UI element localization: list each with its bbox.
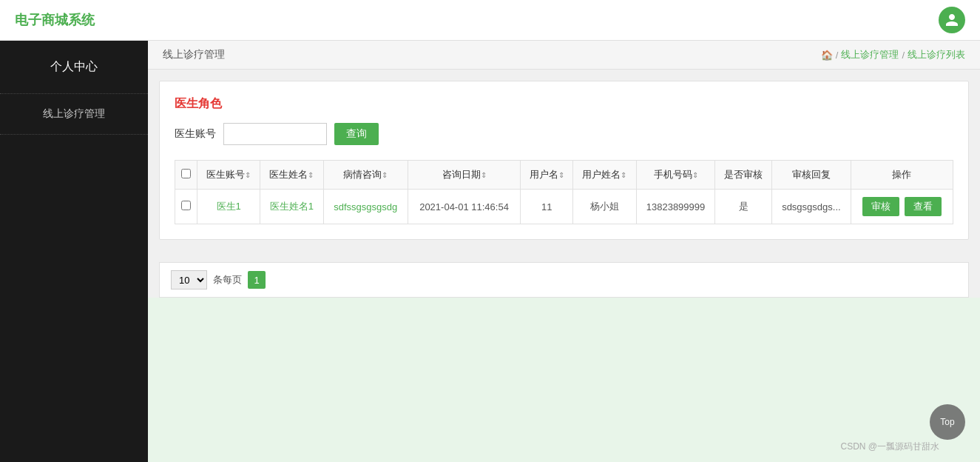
breadcrumb-sep1: /	[836, 50, 839, 61]
row-user-account: 11	[521, 190, 573, 224]
th-is-audit: 是否审核	[715, 161, 771, 190]
search-label: 医生账号	[175, 127, 216, 141]
search-bar: 医生账号 查询	[175, 123, 953, 145]
th-action: 操作	[851, 161, 953, 190]
breadcrumb-current: 线上诊疗列表	[908, 48, 965, 61]
row-doctor-account: 医生1	[197, 190, 260, 224]
main-area: 线上诊疗管理 🏠 / 线上诊疗管理 / 线上诊疗列表 医生角色 医生账号 查询	[148, 41, 980, 462]
row-is-audit: 是	[715, 190, 771, 224]
select-all-checkbox[interactable]	[181, 169, 191, 178]
sidebar: 个人中心 线上诊疗管理	[0, 41, 148, 462]
breadcrumb-home[interactable]: 🏠	[821, 50, 833, 61]
th-doctor-account: 医生账号⇕	[197, 161, 260, 190]
th-consult-date: 咨询日期⇕	[408, 161, 521, 190]
section-title: 医生角色	[175, 96, 953, 112]
breadcrumb-management-link[interactable]: 线上诊疗管理	[841, 48, 899, 61]
footer-area: CSDN @一瓢源码甘甜水	[148, 298, 980, 462]
row-user-name: 杨小姐	[573, 190, 636, 224]
th-user-name: 用户姓名⇕	[573, 161, 636, 190]
top-button[interactable]: Top	[930, 404, 965, 440]
search-button[interactable]: 查询	[334, 123, 379, 145]
user-avatar[interactable]	[939, 7, 965, 33]
pagination-bar: 102050 条每页 1	[159, 262, 969, 298]
page-number-1[interactable]: 1	[248, 271, 266, 289]
th-doctor-name: 医生姓名⇕	[260, 161, 323, 190]
view-button[interactable]: 查看	[905, 197, 942, 216]
th-audit-reply: 审核回复	[771, 161, 851, 190]
search-input[interactable]	[223, 123, 327, 145]
per-page-label: 条每页	[213, 273, 242, 287]
data-table-wrap: 医生账号⇕ 医生姓名⇕ 病情咨询⇕ 咨询日期⇕ 用户名⇕ 用户姓名⇕ 手机号码⇕…	[175, 160, 953, 224]
topbar-title: 线上诊疗管理	[163, 48, 225, 61]
per-page-select[interactable]: 102050	[171, 270, 207, 289]
table-row: 医生1 医生姓名1 sdfssgsgsgsdg 2021-04-01 11:46…	[175, 190, 953, 224]
layout: 个人中心 线上诊疗管理 线上诊疗管理 🏠 / 线上诊疗管理 / 线上诊疗列表 医…	[0, 41, 980, 462]
data-table: 医生账号⇕ 医生姓名⇕ 病情咨询⇕ 咨询日期⇕ 用户名⇕ 用户姓名⇕ 手机号码⇕…	[175, 160, 953, 224]
th-checkbox	[175, 161, 197, 190]
topbar: 线上诊疗管理 🏠 / 线上诊疗管理 / 线上诊疗列表	[148, 41, 980, 70]
th-user-account: 用户名⇕	[521, 161, 573, 190]
table-header-row: 医生账号⇕ 医生姓名⇕ 病情咨询⇕ 咨询日期⇕ 用户名⇕ 用户姓名⇕ 手机号码⇕…	[175, 161, 953, 190]
content-card: 医生角色 医生账号 查询 医生账号⇕ 医生姓名⇕	[159, 81, 969, 240]
sidebar-item-online-diagnosis[interactable]: 线上诊疗管理	[0, 94, 148, 135]
audit-button[interactable]: 审核	[862, 197, 899, 216]
row-checkbox-cell	[175, 190, 197, 224]
breadcrumb-sep2: /	[902, 50, 905, 61]
app-title: 电子商城系统	[15, 11, 95, 29]
header: 电子商城系统	[0, 0, 980, 41]
breadcrumb: 🏠 / 线上诊疗管理 / 线上诊疗列表	[821, 48, 965, 61]
sidebar-personal-label: 个人中心	[0, 41, 148, 94]
th-consultation: 病情咨询⇕	[323, 161, 408, 190]
top-button-label: Top	[940, 417, 954, 427]
row-doctor-name: 医生姓名1	[260, 190, 323, 224]
row-consultation: sdfssgsgsgsdg	[323, 190, 408, 224]
row-consult-date: 2021-04-01 11:46:54	[408, 190, 521, 224]
th-phone: 手机号码⇕	[636, 161, 715, 190]
row-checkbox[interactable]	[181, 201, 191, 210]
row-phone: 13823899999	[636, 190, 715, 224]
row-audit-reply: sdsgsgsdgs...	[771, 190, 851, 224]
row-action: 审核 查看	[851, 190, 953, 224]
watermark: CSDN @一瓢源码甘甜水	[840, 441, 939, 453]
